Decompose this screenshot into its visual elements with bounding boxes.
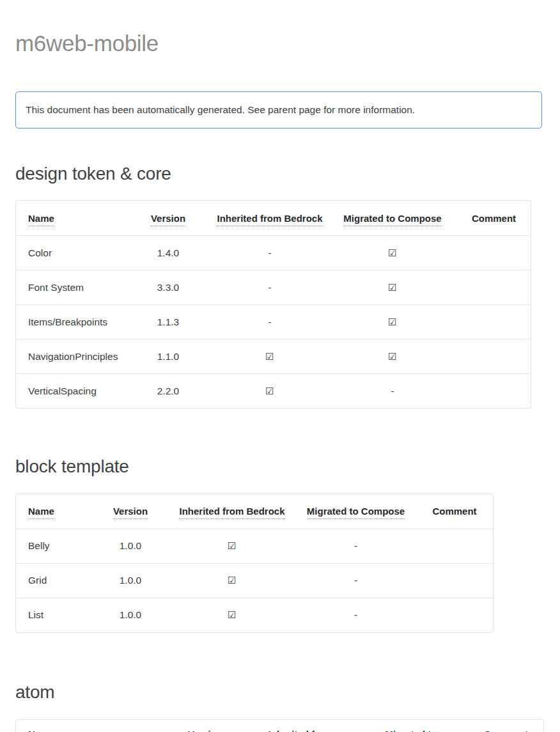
- column-header-label: Inherited from Bedrock: [268, 729, 333, 732]
- column-header-migrated-to-compose: Migrated to Compose: [295, 494, 416, 529]
- name-cell: Font System: [16, 270, 125, 304]
- checked-icon: ☑: [212, 373, 328, 408]
- table-row: Items/Breakpoints1.1.3-☑: [16, 304, 531, 339]
- not-applicable-dash: -: [212, 270, 328, 304]
- not-applicable-dash: -: [295, 563, 416, 598]
- column-header-label: Version: [188, 729, 222, 732]
- table-row: Color1.4.0-☑: [16, 235, 531, 270]
- column-header-inherited-from-bedrock: Inherited from Bedrock: [169, 494, 295, 529]
- table-cell: [416, 598, 493, 632]
- table-cell: 2.2.0: [125, 373, 212, 408]
- table-cell: 3.3.0: [125, 270, 212, 304]
- table-cell: 1.1.3: [125, 304, 212, 339]
- table-header-row: NameVersionInherited from BedrockMigrate…: [16, 720, 543, 732]
- not-applicable-dash: -: [295, 598, 416, 632]
- column-header-inherited-from-bedrock: Inherited from Bedrock: [212, 201, 328, 235]
- table-header-row: NameVersionInherited from BedrockMigrate…: [16, 201, 531, 235]
- table-body: Color1.4.0-☑Font System3.3.0-☑Items/Brea…: [16, 235, 531, 408]
- table-row: Font System3.3.0-☑: [16, 270, 531, 304]
- name-cell: Color: [16, 235, 125, 270]
- column-header-label: Inherited from Bedrock: [217, 213, 322, 226]
- table-cell: 1.0.0: [92, 563, 169, 598]
- table-cell: [416, 563, 493, 598]
- column-header-migrated-to-compose: Migrated to Compose: [328, 201, 457, 235]
- column-header-label: Migrated to Compose: [343, 213, 441, 226]
- column-header-label: Migrated to Compose: [385, 729, 437, 732]
- table-cell: [457, 373, 531, 408]
- column-header-comment: Comment: [457, 201, 531, 235]
- column-header-label: Comment: [484, 729, 528, 732]
- page-title: m6web-mobile: [15, 29, 545, 58]
- design-token-core-table: NameVersionInherited from BedrockMigrate…: [15, 200, 531, 409]
- document-body: m6web-mobile This document has been auto…: [0, 29, 560, 732]
- generated-notice-text: This document has been automatically gen…: [26, 104, 415, 115]
- column-header-migrated-to-compose: Migrated to Compose: [354, 720, 469, 732]
- table-cell: [457, 304, 531, 339]
- name-cell: Items/Breakpoints: [16, 304, 125, 339]
- table-cell: [457, 235, 531, 270]
- column-header-inherited-from-bedrock: Inherited from Bedrock: [247, 720, 354, 732]
- section-heading-block-template: block template: [15, 456, 545, 478]
- header-row: NameVersionInherited from BedrockMigrate…: [16, 494, 493, 529]
- column-header-label: Migrated to Compose: [307, 506, 405, 519]
- name-cell: NavigationPrinciples: [16, 339, 125, 373]
- table-cell: [457, 270, 531, 304]
- header-row: NameVersionInherited from BedrockMigrate…: [16, 720, 543, 732]
- atom-table: NameVersionInherited from BedrockMigrate…: [15, 719, 544, 732]
- name-cell: List: [16, 598, 92, 632]
- column-header-label: Name: [28, 729, 54, 732]
- checked-icon: ☑: [328, 235, 457, 270]
- column-header-name: Name: [16, 720, 163, 732]
- checked-icon: ☑: [328, 304, 457, 339]
- column-header-comment: Comment: [469, 720, 543, 732]
- checked-icon: ☑: [328, 270, 457, 304]
- name-cell: Belly: [16, 529, 92, 563]
- checked-icon: ☑: [169, 598, 295, 632]
- column-header-label: Comment: [432, 506, 476, 517]
- table-row: NavigationPrinciples1.1.0☑☑: [16, 339, 531, 373]
- column-header-name: Name: [16, 494, 92, 529]
- column-header-label: Version: [151, 213, 185, 226]
- table-body: Belly1.0.0☑-Grid1.0.0☑-List1.0.0☑-: [16, 529, 493, 632]
- table-row: Grid1.0.0☑-: [16, 563, 493, 598]
- table-row: Belly1.0.0☑-: [16, 529, 493, 563]
- table-row: VerticalSpacing2.2.0☑-: [16, 373, 531, 408]
- not-applicable-dash: -: [328, 373, 457, 408]
- checked-icon: ☑: [169, 529, 295, 563]
- column-header-label: Version: [113, 506, 148, 519]
- not-applicable-dash: -: [212, 235, 328, 270]
- table-header-row: NameVersionInherited from BedrockMigrate…: [16, 494, 493, 529]
- not-applicable-dash: -: [295, 529, 416, 563]
- column-header-label: Inherited from Bedrock: [179, 506, 284, 519]
- not-applicable-dash: -: [212, 304, 328, 339]
- column-header-label: Name: [28, 506, 54, 519]
- column-header-comment: Comment: [416, 494, 493, 529]
- checked-icon: ☑: [328, 339, 457, 373]
- table-cell: [457, 339, 531, 373]
- column-header-label: Comment: [472, 213, 516, 224]
- name-cell: VerticalSpacing: [16, 373, 125, 408]
- checked-icon: ☑: [212, 339, 328, 373]
- table-cell: 1.4.0: [125, 235, 212, 270]
- table-cell: [416, 529, 493, 563]
- generated-notice-box: This document has been automatically gen…: [15, 91, 542, 128]
- checked-icon: ☑: [169, 563, 295, 598]
- header-row: NameVersionInherited from BedrockMigrate…: [16, 201, 531, 235]
- section-heading-design-token-core: design token & core: [15, 163, 545, 185]
- table-cell: 1.0.0: [92, 529, 169, 563]
- block-template-table: NameVersionInherited from BedrockMigrate…: [15, 494, 494, 633]
- table-cell: 1.1.0: [125, 339, 212, 373]
- column-header-label: Name: [28, 213, 54, 226]
- column-header-version: Version: [92, 494, 169, 529]
- section-heading-atom: atom: [15, 681, 545, 703]
- table-row: List1.0.0☑-: [16, 598, 493, 632]
- column-header-version: Version: [163, 720, 247, 732]
- column-header-version: Version: [125, 201, 212, 235]
- column-header-name: Name: [16, 201, 125, 235]
- table-cell: 1.0.0: [92, 598, 169, 632]
- name-cell: Grid: [16, 563, 92, 598]
